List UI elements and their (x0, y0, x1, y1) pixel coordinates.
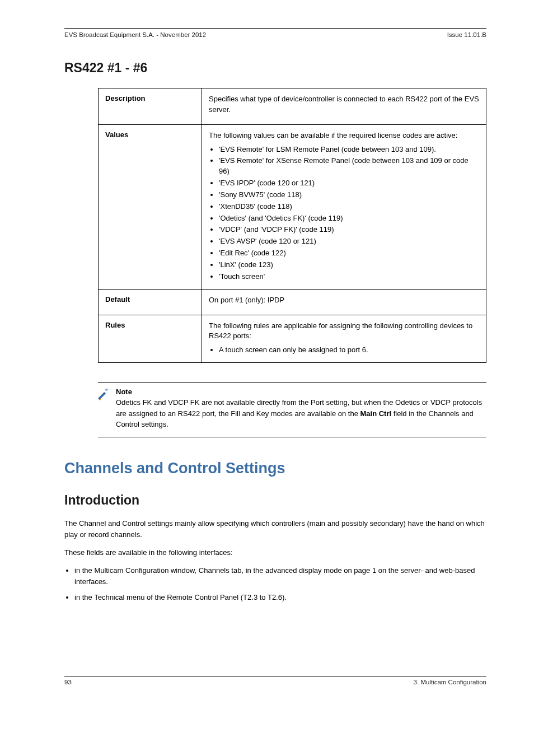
header-right: Issue 11.01.B (447, 31, 486, 38)
default-label: Default (99, 289, 202, 315)
table-row: Rules The following rules are applicable… (99, 315, 486, 363)
rules-list: A touch screen can only be assigned to p… (209, 345, 479, 356)
list-item: 'EVS Remote' for XSense Remote Panel (co… (219, 156, 479, 177)
list-item: 'Touch screen' (219, 272, 479, 282)
intro-paragraph-2: These fields are available in the follow… (64, 547, 486, 558)
rules-cell: The following rules are applicable for a… (202, 315, 486, 363)
svg-rect-2 (105, 389, 108, 391)
footer-section: 3. Multicam Configuration (414, 679, 486, 685)
values-label: Values (99, 124, 202, 289)
table-row: Values The following values can be avail… (99, 124, 486, 289)
rules-label: Rules (99, 315, 202, 363)
introduction-heading: Introduction (64, 493, 486, 508)
list-item: 'XtenDD35' (code 118) (219, 202, 479, 212)
description-text: Specifies what type of device/controller… (202, 88, 486, 125)
list-item: 'LinX' (code 123) (219, 260, 479, 270)
note-label: Note (116, 388, 486, 396)
rs422-table: Description Specifies what type of devic… (98, 88, 486, 363)
rules-intro: The following rules are applicable for a… (209, 321, 479, 342)
header-left: EVS Broadcast Equipment S.A. - November … (64, 31, 206, 38)
list-item: 'VDCP' (and 'VDCP FK)' (code 119) (219, 225, 479, 235)
values-intro: The following values can be available if… (209, 130, 479, 141)
list-item: 'Sony BVW75' (code 118) (219, 190, 479, 200)
description-label: Description (99, 88, 202, 125)
values-cell: The following values can be available if… (202, 124, 486, 289)
values-list: 'EVS Remote' for LSM Remote Panel (code … (209, 144, 479, 282)
page-header: EVS Broadcast Equipment S.A. - November … (64, 31, 486, 38)
list-item: 'Edit Rec' (code 122) (219, 248, 479, 259)
note-text: Odetics FK and VDCP FK are not available… (116, 397, 486, 430)
table-row: Description Specifies what type of devic… (99, 88, 486, 125)
list-item: 'EVS Remote' for LSM Remote Panel (code … (219, 144, 479, 155)
list-item: A touch screen can only be assigned to p… (219, 345, 479, 356)
footer-page-number: 93 (64, 679, 72, 685)
pencil-icon (98, 389, 111, 404)
list-item: 'EVS AVSP' (code 120 or 121) (219, 236, 479, 247)
default-text: On port #1 (only): IPDP (202, 289, 486, 315)
page-footer: 93 3. Multicam Configuration (64, 676, 486, 685)
svg-rect-1 (98, 392, 106, 400)
note-box: Note Odetics FK and VDCP FK are not avai… (98, 382, 486, 437)
list-item: 'Odetics' (and 'Odetics FK)' (code 119) (219, 213, 479, 224)
interfaces-list: in the Multicam Configuration window, Ch… (64, 565, 486, 603)
intro-paragraph-1: The Channel and Control settings mainly … (64, 518, 486, 540)
channels-heading: Channels and Control Settings (64, 460, 486, 477)
table-row: Default On port #1 (only): IPDP (99, 289, 486, 315)
list-item: 'EVS IPDP' (code 120 or 121) (219, 178, 479, 189)
list-item: in the Multicam Configuration window, Ch… (74, 565, 486, 587)
rs422-heading: RS422 #1 - #6 (64, 60, 486, 76)
list-item: in the Technical menu of the Remote Cont… (74, 592, 486, 603)
